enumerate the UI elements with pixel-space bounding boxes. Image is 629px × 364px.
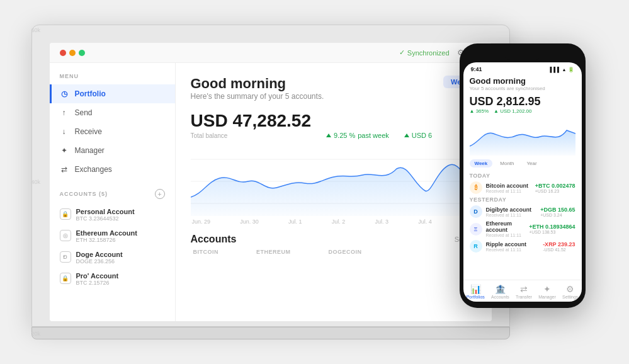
main-header: Good morning Here's the summary of your …	[191, 76, 477, 101]
up-arrow-icon-2	[404, 134, 409, 137]
list-item[interactable]: Ð Doge Account DOGE 236.256	[50, 247, 175, 268]
tx-usd-xrp: -USD 41.52	[543, 247, 575, 252]
tx-amount-btc: +BTC 0.002478	[535, 183, 575, 189]
balance-row: USD 47,282.52 Total balance 9.25 % past …	[191, 111, 477, 139]
tl-red[interactable]	[60, 50, 66, 56]
check-icon: ✓	[399, 48, 405, 57]
balance-label: Total balance	[191, 132, 311, 139]
list-item[interactable]: R Ripple account Received at 11:11 -XRP …	[470, 240, 575, 253]
account-name-eth: Ethereum Account	[76, 229, 165, 237]
digibyte-tx-icon: D	[470, 205, 482, 218]
sidebar-item-manager[interactable]: ✦ Manager	[50, 141, 175, 160]
send-label: Send	[75, 108, 93, 117]
tx-amount-eth: +ETH 0.18934864	[529, 224, 575, 230]
accounts-title: Accounts	[191, 234, 237, 245]
sidebar-item-exchanges[interactable]: ⇄ Exchanges	[50, 160, 175, 179]
account-sub-pro: BTC 2.15726	[76, 280, 165, 286]
add-account-button[interactable]: +	[155, 189, 165, 199]
phone-nav: 📊 Portfolios 🏦 Accounts ⇄ Transfer ✦ Man…	[463, 280, 582, 302]
phone-screen: 9:41 ▌▌▌ ▲ 🔋 Good morning Your 5 account…	[463, 62, 582, 302]
list-item[interactable]: 🔒 Pro' Account BTC 2.15726	[50, 268, 175, 290]
accounts-table-header: BITCOIN ETHEREUM DOGECOIN	[191, 249, 477, 255]
receive-label: Receive	[75, 127, 102, 136]
phone-nav-manager[interactable]: ✦ Manager	[538, 284, 556, 299]
account-sub-eth: ETH 32.158726	[76, 237, 165, 243]
phone-sub: Your 5 accounts are synchronised	[470, 86, 575, 91]
settings-nav-icon: ⚙	[566, 284, 574, 294]
tl-yellow[interactable]	[69, 50, 76, 56]
greeting-sub: Here's the summary of your 5 accounts.	[191, 92, 324, 101]
tx-amount-xrp: -XRP 239.23	[543, 241, 575, 247]
tx-time-dgb: Received at 11:11	[486, 213, 537, 217]
list-item[interactable]: ₿ Bitcoin account Received at 11:11 +BTC…	[470, 181, 575, 194]
tx-usd-dgb: +USD 3.24	[540, 213, 575, 217]
sidebar-item-receive[interactable]: ↓ Receive	[50, 122, 175, 141]
tx-name-xrp: Ripple account	[486, 241, 540, 247]
account-sub-doge: DOGE 236.256	[76, 258, 165, 264]
account-name-personal: Personal Account	[76, 208, 165, 215]
tx-usd-btc: +USD 16.23	[535, 189, 575, 193]
list-item[interactable]: 🔒 Personal Account BTC 3.23644532	[50, 204, 175, 225]
laptop-shell: ✓ Synchronized ⚙ 🔒 MENU ◷ Portfo	[31, 25, 510, 327]
tx-name-btc: Bitcoin account	[486, 183, 531, 189]
tx-amount-dgb: +DGB 150.65	[540, 207, 575, 213]
tx-usd-eth: +USD 138.53	[529, 230, 575, 234]
tl-green[interactable]	[79, 50, 85, 56]
accounts-nav-label: Accounts	[491, 295, 509, 299]
settings-nav-label: Settings	[562, 295, 578, 299]
greeting-title: Good morning	[191, 76, 324, 92]
account-icon-eth: ◎	[60, 230, 71, 241]
tx-name-eth: Ethereum account	[486, 220, 526, 233]
phone-nav-portfolios[interactable]: 📊 Portfolios	[467, 284, 485, 299]
exchanges-label: Exchanges	[75, 165, 112, 174]
stat-usd: USD 6	[404, 132, 432, 139]
phone-nav-accounts[interactable]: 🏦 Accounts	[491, 284, 509, 299]
phone-status-icons: ▌▌▌ ▲ 🔋	[550, 67, 574, 72]
scene: ✓ Synchronized ⚙ 🔒 MENU ◷ Portfo	[31, 12, 598, 352]
phone-status-bar: 9:41 ▌▌▌ ▲ 🔋	[463, 62, 582, 74]
greeting: Good morning Here's the summary of your …	[191, 76, 324, 101]
tx-name-dgb: Digibyte account	[486, 207, 537, 213]
portfolio-icon: ◷	[60, 89, 69, 98]
eth-tx-icon: Ξ	[470, 223, 482, 236]
phone-period-tabs: Week Month Year	[470, 159, 575, 168]
sync-label: Synchronized	[407, 49, 450, 57]
sidebar: MENU ◷ Portfolio ↑ Send ↓ Receive	[50, 63, 176, 321]
tab-month[interactable]: Month	[495, 159, 519, 168]
tab-week[interactable]: Week	[470, 159, 493, 168]
stat-pct: 9.25 % past week	[326, 132, 389, 139]
list-item[interactable]: Ξ Ethereum account Received at 11:11 +ET…	[470, 220, 575, 237]
list-item[interactable]: D Digibyte account Received at 11:11 +DG…	[470, 205, 575, 218]
tab-year[interactable]: Year	[522, 159, 542, 168]
phone-nav-transfer[interactable]: ⇄ Transfer	[516, 284, 532, 299]
portfolio-label: Portfolio	[75, 89, 106, 98]
accounts-section: Accounts Sort by	[191, 234, 477, 245]
chart-x-labels: Jun. 29 Jun. 30 Jul. 1 Jul. 2 Jul. 3 Jul…	[191, 219, 477, 225]
phone-nav-settings[interactable]: ⚙ Settings	[562, 284, 578, 299]
manager-nav-icon: ✦	[543, 284, 551, 294]
manager-icon: ✦	[60, 146, 69, 155]
account-icon-personal: 🔒	[60, 208, 71, 220]
ripple-tx-icon: R	[470, 240, 482, 253]
tx-time-eth: Received at 11:11	[486, 233, 526, 237]
yesterday-label: Yesterday	[470, 196, 575, 203]
receive-icon: ↓	[60, 127, 69, 136]
manager-nav-label: Manager	[538, 295, 556, 299]
account-name-doge: Doge Account	[76, 251, 165, 258]
chart-svg	[191, 147, 477, 216]
account-icon-pro: 🔒	[60, 273, 71, 284]
today-label: Today	[470, 173, 575, 179]
portfolios-nav-icon: 📊	[470, 284, 481, 294]
phone-stat2: ▲ USD 1,202.00	[494, 108, 531, 114]
phone-stat1: ▲ 365%	[470, 108, 489, 114]
screen-topbar: ✓ Synchronized ⚙ 🔒	[50, 43, 492, 63]
balance-amount: USD 47,282.52	[191, 111, 311, 131]
traffic-lights	[60, 50, 85, 56]
manager-label: Manager	[75, 146, 105, 155]
sidebar-item-portfolio[interactable]: ◷ Portfolio	[50, 84, 175, 103]
laptop-base	[31, 327, 510, 339]
list-item[interactable]: ◎ Ethereum Account ETH 32.158726	[50, 225, 175, 247]
account-name-pro: Pro' Account	[76, 272, 165, 280]
phone-notch	[504, 50, 541, 60]
sidebar-item-send[interactable]: ↑ Send	[50, 103, 175, 122]
